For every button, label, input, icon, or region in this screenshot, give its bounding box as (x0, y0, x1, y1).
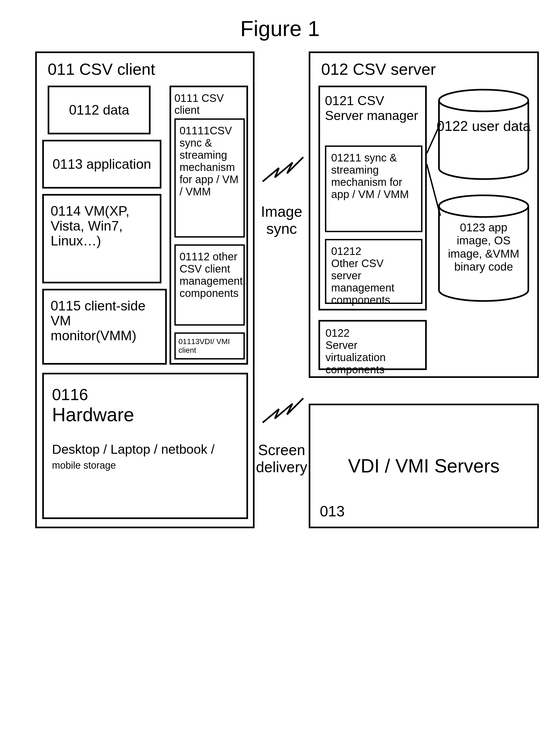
csv-client-title: 011 CSV client (48, 60, 155, 78)
hardware-sub: Desktop / Laptop / netbook / mobile stor… (52, 442, 238, 472)
app-image-cylinder: 0123 app image, OS image, &VMM binary co… (436, 194, 531, 302)
client-vm-label: 0114 VM(XP, Vista, Win7, Linux…) (51, 204, 129, 249)
server-mgr-other-label: 01212 Other CSV server management compon… (331, 245, 394, 306)
server-mgr-sync-label: 01211 sync & streaming mechanism for app… (331, 152, 409, 200)
client-mgr-sync-box: 01111CSV sync & streaming mechanism for … (174, 118, 245, 237)
csv-server-title: 012 CSV server (321, 60, 436, 78)
svg-point-1 (439, 195, 528, 217)
client-data-box: 0112 data (48, 86, 151, 135)
svg-line-3 (427, 164, 440, 216)
client-mgr-other-label: 01112 other CSV client management compon… (179, 251, 243, 299)
vdi-id: 013 (320, 502, 345, 520)
client-hardware-box: 0116 Hardware Desktop / Laptop / netbook… (42, 373, 248, 519)
hardware-sub2: mobile storage (52, 460, 116, 471)
hardware-sub-main: Desktop / Laptop / netbook / (52, 442, 215, 457)
server-virt-label: 0122 Server virtualization components (326, 327, 386, 375)
client-app-label: 0113 application (53, 157, 151, 172)
client-mgr-sync-label: 01111CSV sync & streaming mechanism for … (179, 124, 238, 198)
screen-delivery-label: Screen delivery (255, 441, 309, 476)
csv-client-box: 011 CSV client 0112 data 0113 applicatio… (35, 51, 255, 528)
csv-server-box: 012 CSV server 0121 CSV Server manager 0… (309, 51, 539, 378)
svg-point-0 (439, 90, 528, 111)
hardware-id: 0116 (52, 385, 238, 404)
connector-line (427, 121, 443, 218)
vdi-vmi-label: VDI / VMI Servers (348, 455, 500, 477)
lightning-icon (260, 152, 306, 199)
client-data-label: 0112 data (69, 103, 129, 117)
client-mgr-vdi-label: 01113VDI/ VMI client (178, 337, 241, 355)
diagram-canvas: 011 CSV client 0112 data 0113 applicatio… (35, 51, 539, 729)
app-image-cylinder-label: 0123 app image, OS image, &VMM binary co… (436, 221, 531, 273)
server-manager-title: 0121 CSV Server manager (325, 93, 420, 123)
user-data-cylinder: 0122 user data (436, 88, 531, 180)
client-manager-box: 0111 CSV client manager 01111CSV sync & … (170, 86, 248, 365)
client-vm-box: 0114 VM(XP, Vista, Win7, Linux…) (42, 194, 161, 283)
server-manager-box: 0121 CSV Server manager 01211 sync & str… (319, 86, 427, 311)
client-mgr-other-box: 01112 other CSV client management compon… (174, 244, 245, 326)
client-vmm-box: 0115 client-side VM monitor(VMM) (42, 289, 167, 365)
server-mgr-other-box: 01212 Other CSV server management compon… (325, 239, 423, 304)
server-mgr-sync-box: 01211 sync & streaming mechanism for app… (325, 146, 423, 232)
client-app-box: 0113 application (42, 140, 161, 189)
svg-line-2 (427, 123, 440, 153)
client-mgr-vdi-box: 01113VDI/ VMI client (174, 332, 245, 360)
server-virt-box: 0122 Server virtualization components (319, 320, 427, 370)
image-sync-label: Image sync (259, 203, 304, 237)
vdi-vmi-servers-box: VDI / VMI Servers 013 (309, 404, 539, 528)
figure-title: Figure 1 (240, 16, 320, 41)
hardware-name: Hardware (52, 404, 238, 426)
lightning-icon (260, 393, 306, 440)
user-data-cylinder-label: 0122 user data (436, 118, 531, 135)
client-vmm-label: 0115 client-side VM monitor(VMM) (51, 298, 146, 343)
